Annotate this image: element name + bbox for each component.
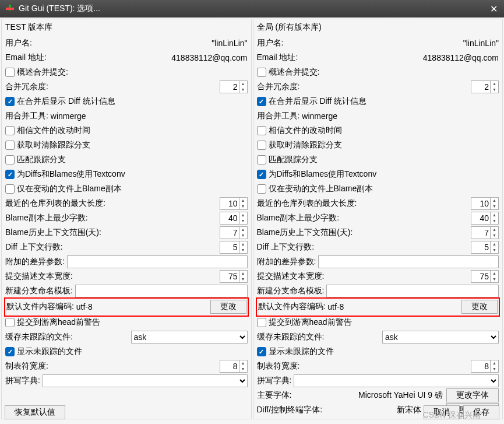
repo-panel: TEST 版本库 用户名: "linLinLin" Email 地址: 4188…: [1, 19, 252, 419]
g-new-branch-input[interactable]: [326, 285, 499, 297]
cancel-button[interactable]: 取消: [424, 405, 460, 419]
untracked-select[interactable]: ask: [131, 331, 248, 344]
summarize-label: 概述合并提交:: [17, 67, 68, 78]
tabwidth-label: 制表符宽度:: [5, 361, 220, 372]
g-blame-ctx-spin[interactable]: ▲▼: [471, 226, 499, 239]
new-branch-input[interactable]: [75, 285, 248, 297]
blame-ctx-spin[interactable]: ▲▼: [220, 226, 248, 239]
g-email-label: Email 地址:: [257, 52, 421, 63]
mergetool-label: 用合并工具:: [5, 111, 48, 121]
app-icon: [5, 3, 15, 14]
extra-diff-input[interactable]: [67, 255, 248, 268]
g-verbosity-spin[interactable]: ▲▼: [471, 80, 499, 93]
main-font-value: Microsoft YaHei UI 9 磅: [291, 390, 446, 401]
spell-label: 拼写字典:: [5, 376, 40, 386]
user-value: "linLinLin": [212, 38, 247, 48]
summarize-checkbox[interactable]: 概述合并提交:: [5, 67, 68, 78]
encoding-label: 默认文件内容编码:: [6, 302, 74, 312]
g-change-encoding-button[interactable]: 更改: [461, 300, 498, 314]
match-track-checkbox[interactable]: 匹配跟踪分支: [5, 155, 66, 165]
untracked-label: 缓存未跟踪的文件:: [5, 332, 131, 342]
main-font-label: 主要字体:: [257, 390, 292, 401]
content-area: TEST 版本库 用户名: "linLinLin" Email 地址: 4188…: [0, 17, 504, 421]
repo-header: TEST 版本库: [5, 22, 248, 36]
g-user-label: 用户名:: [257, 38, 461, 48]
commit-w-spin[interactable]: ▲▼: [220, 270, 248, 283]
show-untracked-checkbox[interactable]: 显示未跟踪的文件: [5, 346, 82, 357]
g-encoding-highlight: 默认文件内容编码: utf-8更改: [256, 297, 501, 317]
show-untracked-label: 显示未跟踪的文件: [17, 346, 82, 357]
encoding-value: utf-8: [76, 302, 210, 311]
g-trust-mtime-checkbox[interactable]: 相信文件的改动时间: [257, 125, 342, 136]
restore-defaults-button[interactable]: 恢复默认值: [5, 405, 65, 419]
g-spell-select[interactable]: [294, 374, 499, 387]
g-blame-min-spin[interactable]: ▲▼: [471, 212, 499, 225]
commit-w-label: 提交描述文本宽度:: [5, 271, 220, 282]
detached-warn-checkbox[interactable]: 提交到游离head前警告: [5, 317, 100, 328]
recent-repo-label: 最近的仓库列表的最大长度:: [5, 198, 220, 209]
g-show-untracked-checkbox[interactable]: 显示未跟踪的文件: [257, 346, 334, 357]
change-main-font-button[interactable]: 更改字体: [446, 388, 499, 402]
blame-ctx-label: Blame历史上下文范围(天):: [5, 227, 220, 238]
svg-rect-1: [6, 8, 14, 10]
close-icon[interactable]: ✕: [488, 3, 499, 15]
window-title: Git Gui (TEST): 选项...: [19, 3, 488, 14]
g-recent-repo-spin[interactable]: ▲▼: [471, 197, 499, 210]
g-tabwidth-spin[interactable]: ▲▼: [471, 360, 499, 373]
blame-changed-checkbox[interactable]: 仅在变动的文件上Blame副本: [5, 184, 122, 194]
global-panel: 全局 (所有版本库) 用户名: "linLinLin" Email 地址: 41…: [253, 19, 503, 419]
extra-diff-label: 附加的差异参数:: [5, 257, 65, 267]
diff-ctx-spin[interactable]: ▲▼: [220, 241, 248, 254]
titlebar: Git Gui (TEST): 选项... ✕: [0, 0, 504, 17]
spell-select[interactable]: [43, 374, 248, 387]
save-button[interactable]: 保存: [463, 405, 499, 419]
match-track-label: 匹配跟踪分支: [17, 155, 66, 165]
trust-mtime-label: 相信文件的改动时间: [17, 125, 90, 136]
user-label: 用户名:: [5, 38, 209, 48]
blame-changed-label: 仅在变动的文件上Blame副本: [17, 184, 122, 194]
email-value: 418838112@qq.com: [171, 53, 247, 62]
diffstat-checkbox[interactable]: 在合并后显示 Diff 统计信息: [5, 96, 115, 107]
g-user-value: "linLinLin": [463, 38, 499, 48]
verbosity-spin[interactable]: ▲▼: [220, 80, 248, 93]
g-extra-diff-input[interactable]: [318, 255, 499, 268]
email-label: Email 地址:: [5, 52, 169, 63]
detached-warn-label: 提交到游离head前警告: [17, 317, 100, 328]
g-fetch-prune-checkbox[interactable]: 获取时清除跟踪分支: [257, 140, 342, 150]
blame-min-label: Blame副本上最少字数:: [5, 213, 220, 223]
textconv-label: 为Diffs和Blames使用Textconv: [17, 169, 125, 180]
g-detached-warn-checkbox[interactable]: 提交到游离head前警告: [257, 317, 352, 328]
diffstat-label: 在合并后显示 Diff 统计信息: [17, 96, 115, 107]
recent-repo-spin[interactable]: ▲▼: [220, 197, 248, 210]
new-branch-label: 新建分支命名模板:: [5, 286, 73, 296]
encoding-highlight: 默认文件内容编码: utf-8更改: [4, 297, 249, 317]
textconv-checkbox[interactable]: 为Diffs和Blames使用Textconv: [5, 169, 125, 180]
blame-min-spin[interactable]: ▲▼: [220, 212, 248, 225]
global-header: 全局 (所有版本库): [257, 22, 499, 36]
g-textconv-checkbox[interactable]: 为Diffs和Blames使用Textconv: [257, 169, 377, 180]
mergetool-value: winmerge: [51, 111, 86, 121]
tabwidth-spin[interactable]: ▲▼: [220, 360, 248, 373]
g-untracked-select[interactable]: ask: [382, 331, 499, 344]
g-commit-w-spin[interactable]: ▲▼: [471, 270, 499, 283]
fetch-prune-label: 获取时清除跟踪分支: [17, 140, 90, 150]
g-diff-ctx-spin[interactable]: ▲▼: [471, 241, 499, 254]
fetch-prune-checkbox[interactable]: 获取时清除跟踪分支: [5, 140, 90, 150]
verbosity-label: 合并冗余度:: [5, 82, 220, 92]
g-email-value: 418838112@qq.com: [423, 53, 499, 62]
g-match-track-checkbox[interactable]: 匹配跟踪分支: [257, 155, 318, 165]
g-blame-changed-checkbox[interactable]: 仅在变动的文件上Blame副本: [257, 184, 373, 194]
trust-mtime-checkbox[interactable]: 相信文件的改动时间: [5, 125, 90, 136]
bottom-bar: 恢复默认值 取消 保存: [5, 405, 499, 419]
change-encoding-button[interactable]: 更改: [210, 300, 246, 314]
diff-ctx-label: Diff 上下文行数:: [5, 242, 220, 253]
g-diffstat-checkbox[interactable]: 在合并后显示 Diff 统计信息: [257, 96, 367, 107]
g-summarize-checkbox[interactable]: 概述合并提交:: [257, 67, 320, 78]
